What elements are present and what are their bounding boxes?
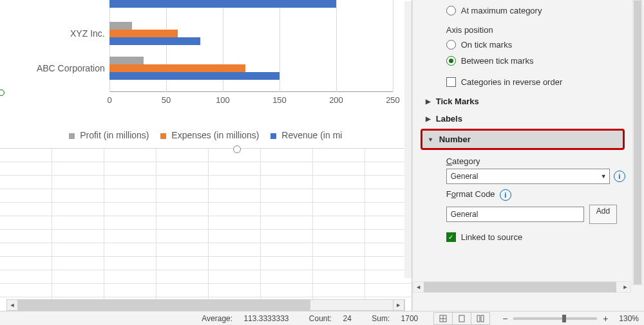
section-label: Tick Marks [436,97,479,106]
gridline-v [279,0,280,92]
bar-revenue-cutoff[interactable] [109,0,336,8]
zoom-out-button[interactable]: − [500,314,509,323]
radio-label: On tick marks [461,40,512,50]
chevron-right-icon: ▶ [426,115,432,122]
checkbox-categories-reverse[interactable]: Categories in reverse order [446,74,626,90]
chevron-down-icon: ▾ [429,136,435,143]
info-icon[interactable]: i [500,189,511,201]
view-normal-button[interactable] [433,312,453,325]
scroll-thumb[interactable] [424,282,616,292]
chart-resize-handle[interactable] [233,145,241,153]
format-code-label: Format Code i [419,184,626,203]
status-bar: Average: 113.3333333 Count: 24 Sum: 1700… [0,311,644,325]
chart-legend[interactable]: Profit (in millions) Expenses (in millio… [0,130,412,140]
chevron-down-icon: ▼ [601,173,607,180]
section-number[interactable]: ▾ Number [421,129,625,150]
checkbox-linked-to-source[interactable]: ✓ Linked to source [446,229,626,245]
scroll-right-arrow[interactable]: ► [393,300,404,310]
legend-swatch-revenue [270,133,276,139]
pane-vscroll-thumb[interactable] [634,1,641,284]
view-switcher [428,312,495,325]
format-axis-pane: At maximum category Axis position On tic… [412,0,644,311]
scroll-track[interactable] [18,300,393,310]
x-tick-label: 50 [153,95,179,105]
grid-lines [0,149,412,301]
chart-resize-handle[interactable] [0,89,5,96]
radio-between-tick-marks[interactable]: Between tick marks [446,53,626,69]
section-tick-marks[interactable]: ▶ Tick Marks [419,93,626,110]
view-page-layout-button[interactable] [453,312,471,325]
svg-rect-4 [477,315,480,322]
zoom-percent[interactable]: 130% [619,314,639,323]
pane-hscrollbar[interactable]: ◄ ► [413,281,631,293]
x-tick-label: 100 [210,95,236,105]
zoom-in-button[interactable]: + [601,314,610,323]
pane-content: At maximum category Axis position On tic… [419,0,626,298]
x-tick-label: 200 [323,95,349,105]
radio-at-maximum-category[interactable]: At maximum category [446,3,626,19]
add-button[interactable]: Add [589,205,617,224]
zoom-slider-knob[interactable] [562,315,566,322]
svg-rect-3 [459,315,464,322]
worksheet-area: 0 50 100 150 200 250 XYZ Inc. ABC Corpor… [0,0,412,311]
view-page-break-button[interactable] [471,312,490,325]
legend-swatch-profit [69,133,75,139]
gridline-v [336,0,337,92]
x-tick-label: 150 [267,95,292,105]
legend-label: Profit (in millions) [80,130,149,140]
section-label: Labels [436,114,462,124]
main-row: 0 50 100 150 200 250 XYZ Inc. ABC Corpor… [0,0,644,311]
category-select[interactable]: General ▼ [446,169,610,184]
scroll-left-arrow[interactable]: ◄ [413,282,424,292]
plot-area[interactable]: 0 50 100 150 200 250 [109,0,393,113]
legend-label: Revenue (in mi [281,130,342,140]
grid-icon [439,315,447,322]
page-break-icon [477,315,484,322]
format-code-input[interactable]: General [446,207,584,222]
x-axis [109,91,393,92]
page-icon [458,315,466,322]
radio-label: At maximum category [461,6,542,15]
pane-vscrollbar[interactable] [632,0,643,285]
radio-label: Between tick marks [461,56,534,66]
bar-revenue-abc[interactable] [109,72,279,80]
bar-profit-abc[interactable] [109,57,144,64]
selection-stats: Average: 113.3333333 Count: 24 Sum: 1700 [5,314,428,323]
scroll-right-arrow[interactable]: ► [620,282,630,292]
section-label: Number [439,135,471,144]
spreadsheet-grid[interactable]: ◄ ► [0,148,412,311]
legend-swatch-expenses [160,133,166,139]
input-value: General [451,210,478,219]
bar-expenses-abc[interactable] [109,64,245,72]
category-label[interactable]: XYZ Inc. [2,28,105,39]
zoom-slider[interactable] [513,317,597,320]
x-tick-label: 250 [380,95,406,105]
bar-profit-xyz[interactable] [109,22,132,30]
checkbox-label: Linked to source [461,232,522,242]
chevron-right-icon: ▶ [426,98,432,105]
bar-expenses-xyz[interactable] [109,30,178,37]
sheet-vscrollbar[interactable] [404,1,412,278]
x-tick-label: 0 [97,95,122,105]
section-labels[interactable]: ▶ Labels [419,110,626,127]
legend-label: Expenses (in millions) [171,130,259,140]
category-field-label: Category [419,151,626,169]
radio-on-tick-marks[interactable]: On tick marks [446,37,626,53]
chart-object[interactable]: 0 50 100 150 200 250 XYZ Inc. ABC Corpor… [0,0,412,148]
zoom-controls: − + 130% [495,314,639,323]
app-root: 0 50 100 150 200 250 XYZ Inc. ABC Corpor… [0,0,644,325]
select-value: General [451,172,478,181]
scroll-thumb[interactable] [18,300,310,310]
category-label[interactable]: ABC Corporation [2,63,105,73]
svg-rect-5 [481,315,484,322]
scroll-left-arrow[interactable]: ◄ [7,300,18,310]
bar-revenue-xyz[interactable] [109,37,200,45]
gridline-v [393,0,393,92]
axis-position-heading: Axis position [419,21,626,37]
info-icon[interactable]: i [614,171,625,182]
sheet-hscrollbar[interactable]: ◄ ► [6,299,405,311]
checkbox-label: Categories in reverse order [461,77,563,87]
